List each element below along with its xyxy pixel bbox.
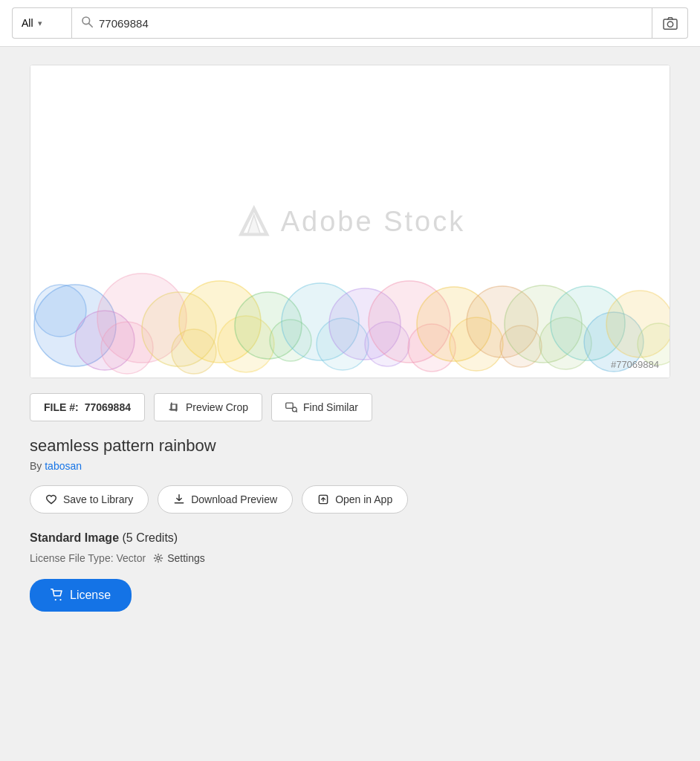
- save-to-library-label: Save to Library: [63, 493, 133, 505]
- svg-point-3: [667, 22, 673, 27]
- find-similar-label: Find Similar: [303, 401, 358, 413]
- category-label: All: [22, 17, 33, 29]
- svg-rect-2: [664, 19, 677, 29]
- cart-icon: [51, 589, 64, 602]
- watermark-text: Adobe Stock: [281, 206, 465, 238]
- standard-image-text: Standard Image (5 Credits): [30, 531, 670, 545]
- download-preview-label: Download Preview: [191, 493, 277, 505]
- search-box: [71, 7, 652, 39]
- find-similar-button[interactable]: Find Similar: [271, 393, 372, 421]
- license-label: License: [70, 589, 111, 602]
- author-line: By tabosan: [30, 460, 670, 472]
- image-area: Adobe Stock: [30, 65, 670, 378]
- license-file-row: License File Type: Vector Settings: [30, 552, 670, 564]
- download-preview-button[interactable]: Download Preview: [158, 485, 293, 514]
- preview-crop-label: Preview Crop: [186, 401, 248, 413]
- author-link[interactable]: tabosan: [45, 460, 82, 472]
- license-section: Standard Image (5 Credits) License File …: [30, 531, 670, 612]
- open-in-app-button[interactable]: Open in App: [302, 485, 408, 514]
- search-input[interactable]: [99, 17, 643, 30]
- image-container: Adobe Stock: [30, 65, 670, 378]
- watermark: Adobe Stock: [235, 202, 465, 241]
- category-select[interactable]: All ▾: [12, 7, 71, 39]
- credits-label: (5 Credits): [122, 531, 178, 544]
- svg-rect-37: [286, 403, 293, 408]
- author-prefix: By: [30, 460, 42, 472]
- file-id-button[interactable]: FILE #: 77069884: [30, 393, 145, 421]
- save-to-library-button[interactable]: Save to Library: [30, 485, 149, 514]
- file-id-value: 77069884: [85, 401, 131, 413]
- preview-crop-button[interactable]: Preview Crop: [154, 393, 262, 421]
- main-content: Adobe Stock: [0, 47, 700, 644]
- camera-search-button[interactable]: [652, 7, 688, 39]
- svg-line-39: [296, 411, 297, 412]
- file-label: FILE #:: [44, 401, 79, 413]
- heart-icon: [45, 493, 57, 505]
- svg-point-43: [55, 599, 56, 600]
- license-file-type-label: License File Type: Vector: [30, 552, 146, 564]
- settings-button[interactable]: Settings: [153, 552, 205, 564]
- find-similar-icon: [285, 401, 297, 413]
- search-icon: [81, 16, 93, 30]
- license-button[interactable]: License: [30, 579, 132, 612]
- open-in-app-label: Open in App: [335, 493, 392, 505]
- action-buttons-row: FILE #: 77069884 Preview Crop Find Simil…: [30, 393, 670, 421]
- svg-rect-40: [175, 502, 184, 504]
- settings-icon: [153, 553, 163, 563]
- library-row: Save to Library Download Preview Open in…: [30, 485, 670, 514]
- svg-point-42: [157, 557, 160, 560]
- header: All ▾: [0, 0, 700, 47]
- svg-point-44: [59, 599, 61, 600]
- chevron-down-icon: ▾: [38, 19, 42, 28]
- title-section: seamless pattern rainbow By tabosan: [30, 436, 670, 472]
- file-number-overlay: #77069884: [611, 359, 659, 370]
- open-in-app-icon: [317, 493, 329, 505]
- image-title: seamless pattern rainbow: [30, 436, 670, 456]
- settings-label: Settings: [167, 552, 205, 564]
- crop-icon: [168, 401, 180, 413]
- standard-image-label: Standard Image: [30, 531, 119, 544]
- download-icon: [173, 493, 185, 505]
- svg-line-1: [88, 23, 92, 27]
